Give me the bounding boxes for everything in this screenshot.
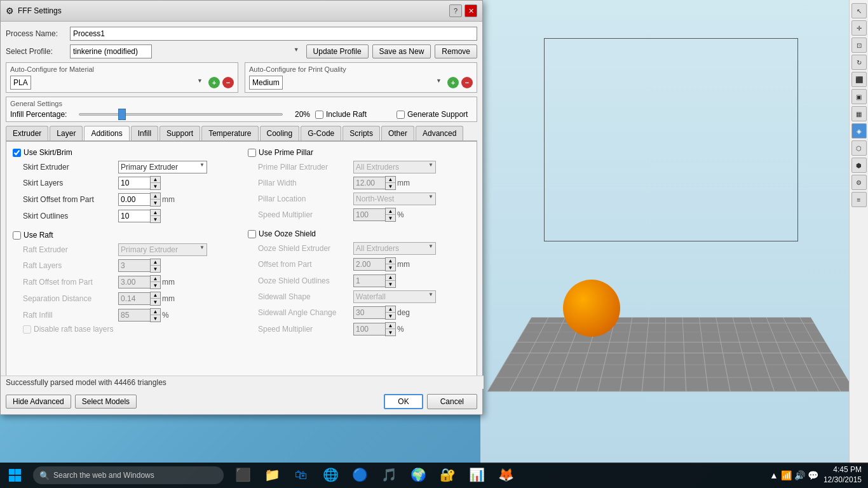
- tab-cooling[interactable]: Cooling: [260, 126, 300, 140]
- cancel-button[interactable]: Cancel: [427, 394, 477, 409]
- tab-extruder[interactable]: Extruder: [6, 126, 48, 140]
- tab-gcode[interactable]: G-Code: [301, 126, 341, 140]
- move-tool[interactable]: ✛: [851, 20, 867, 36]
- tab-infill[interactable]: Infill: [131, 126, 158, 140]
- network-icon[interactable]: 📶: [781, 470, 792, 480]
- ooze-shield-outlines-up[interactable]: ▲: [386, 274, 395, 281]
- ooze-shield-angle-up[interactable]: ▲: [386, 306, 395, 313]
- tab-scripts[interactable]: Scripts: [342, 126, 380, 140]
- add-quality-button[interactable]: +: [447, 77, 459, 88]
- wireframe-tool[interactable]: ⬢: [851, 158, 867, 173]
- use-skirt-brim-label[interactable]: Use Skirt/Brim: [13, 148, 89, 157]
- use-ooze-shield-checkbox[interactable]: [248, 230, 256, 238]
- skirt-outlines-up[interactable]: ▲: [151, 210, 160, 216]
- tab-other[interactable]: Other: [381, 126, 414, 140]
- ooze-shield-outlines-input[interactable]: [353, 274, 385, 287]
- prime-pillar-width-up[interactable]: ▲: [386, 177, 395, 183]
- generate-support-checkbox[interactable]: [397, 111, 405, 119]
- taskbar-store[interactable]: 🛍: [287, 463, 315, 488]
- process-name-input[interactable]: [70, 27, 477, 41]
- view-front[interactable]: ⬛: [851, 72, 867, 87]
- skirt-offset-down[interactable]: ▼: [151, 200, 160, 206]
- include-raft-checkbox[interactable]: [315, 111, 323, 119]
- close-button[interactable]: ✕: [465, 4, 477, 17]
- settings-tool[interactable]: ⚙: [851, 175, 867, 190]
- prime-pillar-location-select[interactable]: North-West: [353, 193, 436, 205]
- use-prime-pillar-label[interactable]: Use Prime Pillar: [248, 148, 324, 157]
- start-button[interactable]: [0, 463, 31, 488]
- view-ortho[interactable]: ⬡: [851, 140, 867, 156]
- skirt-layers-down[interactable]: ▼: [151, 183, 160, 189]
- skirt-layers-input[interactable]: [118, 177, 150, 189]
- skirt-extruder-select[interactable]: Primary Extruder: [118, 161, 207, 173]
- view-top[interactable]: ▦: [851, 106, 867, 121]
- disable-raft-base-checkbox[interactable]: [23, 325, 31, 334]
- remove-quality-button[interactable]: −: [461, 77, 473, 88]
- material-select[interactable]: PLA: [10, 76, 31, 90]
- select-models-button[interactable]: Select Models: [75, 395, 137, 409]
- notification-icon[interactable]: 💬: [808, 470, 818, 480]
- raft-layers-up[interactable]: ▲: [151, 259, 160, 266]
- skirt-outlines-down[interactable]: ▼: [151, 216, 160, 222]
- ooze-shield-speed-up[interactable]: ▲: [386, 323, 395, 329]
- use-ooze-shield-label[interactable]: Use Ooze Shield: [248, 229, 324, 238]
- hide-advanced-button[interactable]: Hide Advanced: [6, 395, 71, 409]
- taskbar-file-explorer[interactable]: 📁: [258, 463, 286, 488]
- taskbar-task-view[interactable]: ⬛: [229, 463, 257, 488]
- taskbar-clock[interactable]: 4:45 PM 12/30/2015: [824, 465, 862, 485]
- taskbar-music[interactable]: 🎵: [375, 463, 403, 488]
- ooze-shield-outlines-down[interactable]: ▼: [386, 281, 395, 287]
- ooze-shield-offset-down[interactable]: ▼: [386, 264, 395, 271]
- volume-icon[interactable]: 🔊: [794, 470, 805, 480]
- tab-advanced[interactable]: Advanced: [416, 126, 463, 140]
- ooze-shield-extruder-select[interactable]: All Extruders: [353, 242, 436, 255]
- remove-material-button[interactable]: −: [222, 77, 234, 88]
- generate-support-label[interactable]: Generate Support: [397, 110, 473, 119]
- raft-offset-up[interactable]: ▲: [151, 276, 160, 282]
- taskbar-chart[interactable]: 📊: [463, 463, 491, 488]
- use-raft-label[interactable]: Use Raft: [13, 231, 89, 240]
- ooze-shield-offset-input[interactable]: [353, 258, 385, 271]
- view-side[interactable]: ▣: [851, 89, 867, 104]
- raft-infill-up[interactable]: ▲: [151, 309, 160, 315]
- view-perspective[interactable]: ◈: [851, 123, 867, 139]
- profile-select[interactable]: tinkerine (modified): [70, 44, 152, 58]
- raft-infill-input[interactable]: [118, 309, 150, 322]
- skirt-outlines-input[interactable]: [118, 210, 150, 222]
- use-skirt-brim-checkbox[interactable]: [13, 149, 21, 157]
- ooze-shield-sidewall-select[interactable]: Waterfall: [353, 290, 436, 303]
- infill-slider[interactable]: [79, 113, 283, 116]
- ooze-shield-speed-input[interactable]: [353, 323, 385, 336]
- taskbar-chrome[interactable]: 🔵: [346, 463, 374, 488]
- tab-temperature[interactable]: Temperature: [201, 126, 258, 140]
- taskbar-edge[interactable]: 🌐: [316, 463, 344, 488]
- ooze-shield-angle-down[interactable]: ▼: [386, 313, 395, 319]
- use-prime-pillar-checkbox[interactable]: [248, 149, 256, 157]
- raft-offset-down[interactable]: ▼: [151, 282, 160, 288]
- prime-pillar-extruder-select[interactable]: All Extruders: [353, 161, 436, 173]
- fit-tool[interactable]: ⊡: [851, 37, 867, 53]
- raft-infill-down[interactable]: ▼: [151, 315, 160, 322]
- update-profile-button[interactable]: Update Profile: [306, 44, 369, 58]
- raft-separation-up[interactable]: ▲: [151, 292, 160, 299]
- prime-pillar-width-input[interactable]: [353, 177, 385, 189]
- skirt-offset-up[interactable]: ▲: [151, 193, 160, 200]
- remove-button[interactable]: Remove: [435, 44, 477, 58]
- quality-select[interactable]: Medium: [249, 76, 283, 90]
- raft-separation-input[interactable]: [118, 292, 150, 305]
- ooze-shield-speed-down[interactable]: ▼: [386, 329, 395, 336]
- raft-separation-down[interactable]: ▼: [151, 299, 160, 305]
- raft-offset-input[interactable]: [118, 276, 150, 288]
- add-material-button[interactable]: +: [208, 77, 220, 88]
- rotate-tool[interactable]: ↻: [851, 55, 867, 70]
- use-raft-checkbox[interactable]: [13, 231, 21, 240]
- tab-support[interactable]: Support: [159, 126, 200, 140]
- prime-pillar-speed-down[interactable]: ▼: [386, 215, 395, 221]
- ok-button[interactable]: OK: [384, 394, 423, 409]
- tray-up-arrow[interactable]: ▲: [770, 470, 778, 480]
- cursor-tool[interactable]: ↖: [851, 3, 867, 18]
- disable-raft-base-label[interactable]: Disable raft base layers: [23, 325, 113, 334]
- search-bar[interactable]: 🔍 Search the web and Windows: [33, 466, 224, 484]
- skirt-offset-input[interactable]: [118, 193, 150, 206]
- skirt-layers-up[interactable]: ▲: [151, 177, 160, 183]
